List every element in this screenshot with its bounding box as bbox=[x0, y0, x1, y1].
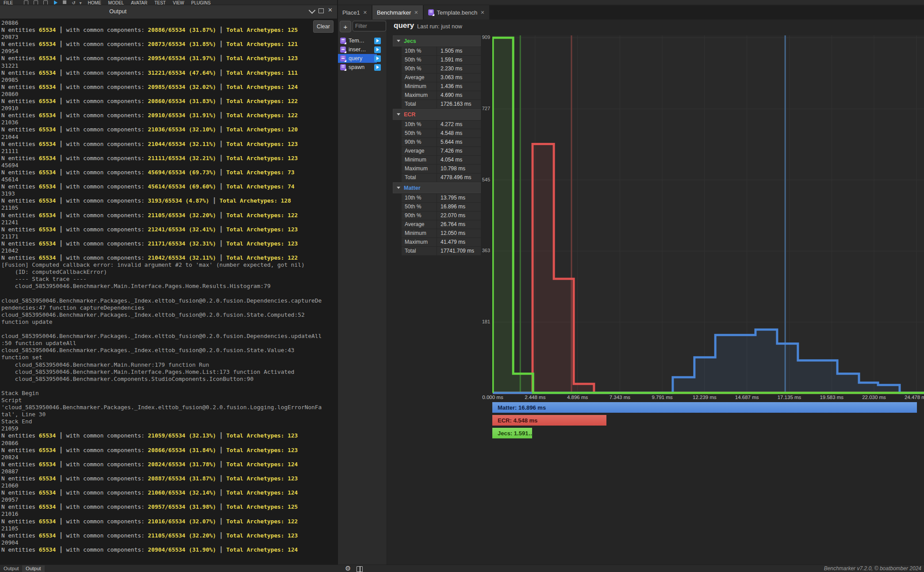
stat-label: 50th % bbox=[402, 56, 437, 64]
log-error-line: function update bbox=[1, 319, 337, 326]
run-benchmark-button[interactable] bbox=[374, 64, 381, 71]
play-icon[interactable] bbox=[54, 0, 58, 4]
log-bench-line: N entities 65534 ┃ with common component… bbox=[1, 69, 337, 77]
stat-label: 90th % bbox=[402, 138, 437, 146]
script-icon bbox=[340, 55, 346, 61]
log-bench-line: N entities 65534 ┃ with common component… bbox=[1, 489, 337, 496]
tab-close-icon[interactable]: ✕ bbox=[363, 10, 367, 15]
y-tick-label: 727 bbox=[479, 106, 490, 111]
log-count-line: 20954 bbox=[1, 48, 337, 55]
log-error-line: cloud_5853950046.Benchmarker.Main.Interf… bbox=[1, 283, 337, 290]
log-error-line: cloud_5853950046.Benchmarker.Packages._I… bbox=[1, 311, 337, 319]
stat-value: 1.436 ms bbox=[437, 82, 481, 91]
x-tick-label: 22.030 ms bbox=[856, 395, 892, 400]
bench-item-insert[interactable]: inser… bbox=[338, 45, 387, 54]
float-window-icon[interactable] bbox=[318, 8, 324, 13]
stop-icon[interactable] bbox=[63, 0, 66, 4]
stat-value: 41.479 ms bbox=[437, 238, 481, 246]
x-tick-label: 14.687 ms bbox=[729, 395, 765, 400]
status-bar: Output Output ⚙ Benchmarker v7.2.0, © bo… bbox=[0, 564, 924, 572]
log-bench-line: N entities 65534 ┃ with common component… bbox=[1, 112, 337, 119]
menu-view[interactable]: VIEW bbox=[173, 0, 184, 4]
stat-row: 90th %2.230 ms bbox=[402, 65, 481, 73]
clear-button[interactable]: Clear bbox=[313, 20, 334, 33]
menu-model[interactable]: MODEL bbox=[108, 0, 124, 4]
collapse-chevron-icon[interactable] bbox=[309, 7, 316, 14]
stat-section-header-ecr[interactable]: ECR bbox=[393, 109, 481, 120]
log-error-line bbox=[1, 326, 337, 333]
log-error-line: Script bbox=[1, 397, 337, 404]
stat-section-header-jecs[interactable]: Jecs bbox=[393, 35, 481, 46]
log-error-line: cloud_5853950046.Benchmarker.Components.… bbox=[1, 376, 337, 383]
bottom-tab-output-2[interactable]: Output bbox=[22, 565, 45, 572]
save-icon[interactable] bbox=[34, 0, 38, 4]
bench-item-query[interactable]: query bbox=[338, 54, 387, 63]
bench-item-template[interactable]: Tem… bbox=[338, 36, 387, 45]
log-error-line: 'cloud_5853950046.Benchmarker.Packages._… bbox=[1, 404, 337, 411]
script-icon bbox=[340, 64, 346, 70]
settings-gear-icon[interactable]: ⚙ bbox=[345, 564, 351, 572]
log-bench-line: N entities 65534 ┃ with common component… bbox=[1, 169, 337, 176]
run-benchmark-button[interactable] bbox=[374, 38, 381, 44]
tab-place1[interactable]: Place1 ✕ bbox=[338, 5, 372, 19]
stat-row: Maximum4.690 ms bbox=[402, 91, 481, 100]
menu-plugins[interactable]: PLUGINS bbox=[191, 0, 211, 4]
tab-close-icon[interactable]: ✕ bbox=[480, 10, 484, 15]
menu-test[interactable]: TEST bbox=[154, 0, 166, 4]
log-count-line: 31221 bbox=[1, 62, 337, 69]
menu-file[interactable]: FILE bbox=[4, 0, 13, 4]
stat-section-header-matter[interactable]: Matter bbox=[393, 182, 481, 193]
stat-label: 50th % bbox=[402, 203, 437, 211]
log-bench-line: N entities 65534 ┃ with common component… bbox=[1, 447, 337, 454]
legend-bar-jecs: Jecs: 1.591… bbox=[492, 428, 532, 438]
filter-input[interactable] bbox=[353, 21, 386, 31]
undo-icon[interactable]: ↺ bbox=[72, 0, 75, 4]
stat-label: 10th % bbox=[402, 194, 437, 202]
stat-value: 4778.496 ms bbox=[437, 173, 481, 182]
stat-row: Total17741.709 ms bbox=[402, 247, 481, 255]
dropdown-caret-icon[interactable]: ▾ bbox=[80, 0, 82, 4]
tab-template-bench[interactable]: Template.bench ✕ bbox=[424, 5, 489, 19]
legend-bar-ecr: ECR: 4.548 ms bbox=[492, 415, 606, 426]
log-count-line: 20866 bbox=[1, 440, 337, 447]
stat-label: 50th % bbox=[402, 129, 437, 138]
stat-value: 10.798 ms bbox=[437, 165, 481, 173]
bench-item-spawn[interactable]: spawn bbox=[338, 63, 387, 72]
x-tick-label: 2.448 ms bbox=[518, 395, 553, 400]
stat-row: Average3.063 ms bbox=[402, 73, 481, 82]
y-tick-label: 363 bbox=[479, 248, 490, 253]
log-bench-line: N entities 65534 ┃ with common component… bbox=[1, 84, 337, 91]
tab-close-icon[interactable]: ✕ bbox=[414, 10, 418, 15]
log-bench-line: N entities 65534 ┃ with common component… bbox=[1, 240, 337, 247]
output-title: Output bbox=[109, 8, 127, 15]
docs-book-icon[interactable] bbox=[357, 566, 363, 572]
add-benchmark-button[interactable]: + bbox=[340, 21, 351, 32]
publish-icon[interactable] bbox=[43, 0, 48, 4]
stat-value: 3.063 ms bbox=[437, 73, 481, 82]
stat-value: 1726.163 ms bbox=[437, 100, 481, 108]
results-title: query bbox=[394, 21, 414, 30]
stat-row: Total4778.496 ms bbox=[402, 173, 481, 182]
bottom-tab-output-1[interactable]: Output bbox=[0, 565, 23, 572]
document-tabbar: Place1 ✕ Benchmarker ✕ Template.bench ✕ bbox=[338, 5, 924, 19]
stat-value: 26.764 ms bbox=[437, 220, 481, 229]
close-icon[interactable]: ✕ bbox=[328, 7, 333, 13]
console-log[interactable]: 20886N entities 65534 ┃ with common comp… bbox=[0, 19, 337, 565]
x-tick-label: 9.791 ms bbox=[644, 395, 680, 400]
last-run-label: Last run: just now bbox=[417, 23, 462, 30]
new-file-icon[interactable] bbox=[24, 0, 28, 4]
log-error-line bbox=[1, 383, 337, 390]
chevron-down-icon bbox=[397, 187, 400, 189]
chevron-down-icon bbox=[397, 40, 400, 42]
tab-benchmarker[interactable]: Benchmarker ✕ bbox=[372, 5, 423, 19]
output-panel: Output ✕ Clear 20886N entities 65534 ┃ w… bbox=[0, 5, 337, 564]
run-benchmark-button[interactable] bbox=[374, 46, 381, 53]
run-benchmark-button[interactable] bbox=[374, 55, 381, 62]
log-error-line: ---- Stack trace ---- bbox=[1, 276, 337, 283]
menu-avatar[interactable]: AVATAR bbox=[131, 0, 147, 4]
stat-value: 4.272 ms bbox=[437, 120, 481, 129]
menu-home[interactable]: HOME bbox=[88, 0, 101, 4]
log-error-line: function set bbox=[1, 354, 337, 361]
stat-label: Minimum bbox=[402, 229, 437, 238]
stat-label: 90th % bbox=[402, 211, 437, 220]
